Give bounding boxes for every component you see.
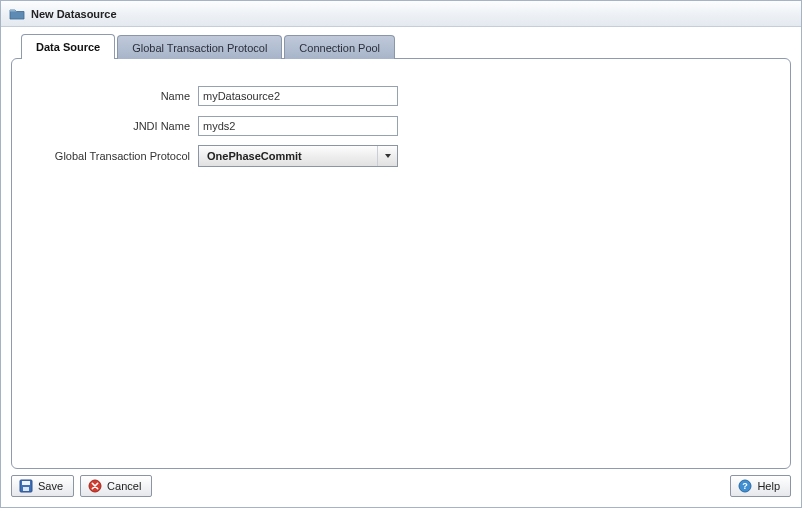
folder-icon bbox=[9, 6, 25, 22]
tab-connection-pool[interactable]: Connection Pool bbox=[284, 35, 395, 59]
tab-data-source[interactable]: Data Source bbox=[21, 34, 115, 59]
tab-label: Connection Pool bbox=[299, 42, 380, 54]
select-gtp-value: OnePhaseCommit bbox=[207, 150, 302, 162]
titlebar: New Datasource bbox=[1, 1, 801, 27]
row-jndi-name: JNDI Name bbox=[32, 111, 770, 141]
content-area: Data Source Global Transaction Protocol … bbox=[1, 27, 801, 473]
input-jndi-name[interactable] bbox=[198, 116, 398, 136]
label-jndi-name: JNDI Name bbox=[32, 120, 198, 132]
svg-text:?: ? bbox=[743, 481, 749, 491]
row-name: Name bbox=[32, 81, 770, 111]
label-gtp: Global Transaction Protocol bbox=[32, 150, 198, 162]
help-icon: ? bbox=[737, 478, 753, 494]
save-button[interactable]: Save bbox=[11, 475, 74, 497]
save-button-label: Save bbox=[38, 480, 63, 492]
chevron-down-icon bbox=[377, 146, 397, 166]
select-gtp[interactable]: OnePhaseCommit bbox=[198, 145, 398, 167]
help-button[interactable]: ? Help bbox=[730, 475, 791, 497]
tab-label: Data Source bbox=[36, 41, 100, 53]
help-button-label: Help bbox=[757, 480, 780, 492]
tab-label: Global Transaction Protocol bbox=[132, 42, 267, 54]
input-name[interactable] bbox=[198, 86, 398, 106]
window: New Datasource Data Source Global Transa… bbox=[0, 0, 802, 508]
cancel-icon bbox=[87, 478, 103, 494]
tab-bar: Data Source Global Transaction Protocol … bbox=[11, 33, 791, 59]
label-name: Name bbox=[32, 90, 198, 102]
cancel-button[interactable]: Cancel bbox=[80, 475, 152, 497]
tab-panel: Name JNDI Name Global Transaction Protoc… bbox=[11, 58, 791, 469]
svg-rect-2 bbox=[23, 487, 29, 491]
footer-left: Save Cancel bbox=[11, 475, 152, 497]
cancel-button-label: Cancel bbox=[107, 480, 141, 492]
save-icon bbox=[18, 478, 34, 494]
window-title: New Datasource bbox=[31, 8, 117, 20]
tab-global-transaction-protocol[interactable]: Global Transaction Protocol bbox=[117, 35, 282, 59]
footer: Save Cancel ? Help bbox=[1, 473, 801, 507]
svg-rect-1 bbox=[22, 481, 30, 485]
row-gtp: Global Transaction Protocol OnePhaseComm… bbox=[32, 141, 770, 171]
